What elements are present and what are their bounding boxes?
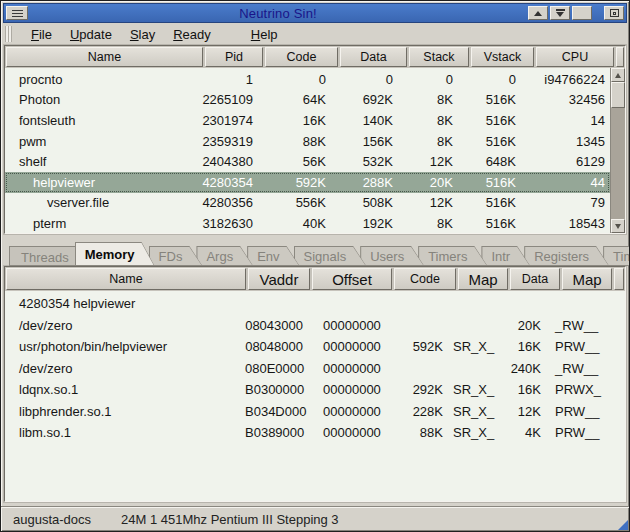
mcol-header-map2[interactable]: Map (562, 268, 612, 290)
cell-stack: 0 (400, 72, 460, 87)
memory-row[interactable]: ldqnx.so.1 B0300000 00000000 292K SR_X_ … (5, 379, 625, 401)
cell-name: fontsleuth (5, 113, 202, 128)
tab-threads[interactable]: Threads (9, 246, 81, 266)
cell-cpu: 18543 (523, 216, 610, 231)
tab-users[interactable]: Users (360, 246, 424, 266)
tab-registers[interactable]: Registers (524, 246, 609, 266)
memory-row[interactable]: usr/photon/bin/helpviewer 08048000 00000… (5, 336, 625, 358)
menu-slay[interactable]: Slay (121, 25, 164, 44)
cell-vstack: 516K (460, 113, 523, 128)
col-header-pid[interactable]: Pid (205, 47, 263, 67)
cell-map: SR_X_ (449, 404, 499, 419)
tab-memory[interactable]: Memory (75, 242, 155, 266)
menu-file[interactable]: File (22, 25, 61, 44)
cell-name: usr/photon/bin/helpviewer (5, 339, 245, 354)
cell-map2: PRWX_ (549, 382, 625, 397)
cell-stack: 8K (400, 216, 460, 231)
titlebar[interactable]: Neutrino Sin! (3, 3, 627, 23)
cell-map: SR_X_ (449, 425, 499, 440)
cell-pid: 2265109 (202, 92, 260, 107)
scrollbar-track[interactable] (611, 108, 625, 219)
cell-vaddr: B0300000 (245, 382, 307, 397)
close-button[interactable] (604, 6, 624, 20)
cell-code: 88K (260, 134, 333, 149)
memory-group-row[interactable]: 4280354 helpviewer (5, 293, 625, 315)
mcol-header-name[interactable]: Name (6, 268, 246, 290)
collapse-button[interactable] (528, 6, 548, 20)
process-row-pterm[interactable]: pterm 3182630 40K 192K 8K 516K 18543 (5, 213, 610, 233)
mcol-header-offset[interactable]: Offset (312, 268, 392, 290)
window-menu-icon (12, 10, 23, 11)
tab-timers[interactable]: Timers (418, 246, 487, 266)
cell-code: 16K (260, 113, 333, 128)
process-row-helpviewer-selected[interactable]: helpviewer 4280354 592K 288K 20K 516K 44 (5, 172, 610, 193)
cell-code: 592K (387, 339, 449, 354)
cell-code: 228K (387, 404, 449, 419)
collapse-icon (534, 11, 542, 16)
memory-row[interactable]: /dev/zero 080E0000 00000000 240K _RW__ (5, 358, 625, 380)
process-table-scrollbar[interactable] (610, 68, 625, 233)
tab-fds[interactable]: FDs (149, 246, 203, 266)
mcol-header-code[interactable]: Code (394, 268, 456, 290)
memory-rows: 4280354 helpviewer /dev/zero 08043000 00… (5, 291, 625, 501)
process-row-shelf[interactable]: shelf 2404380 56K 532K 12K 648K 6129 (5, 151, 610, 172)
col-header-vstack[interactable]: Vstack (471, 47, 534, 67)
maximize-button[interactable] (572, 6, 592, 20)
scroll-down-button[interactable] (611, 219, 625, 233)
cell-cpu: 79 (523, 195, 610, 210)
cell-vstack: 0 (460, 72, 523, 87)
menubar-grip[interactable] (5, 26, 12, 42)
process-row-fontsleuth[interactable]: fontsleuth 2301974 16K 140K 8K 516K 14 (5, 110, 610, 131)
cell-data: 12K (499, 404, 549, 419)
cell-pid: 2301974 (202, 113, 260, 128)
mcol-header-vaddr[interactable]: Vaddr (248, 268, 310, 290)
cell-stack: 12K (400, 195, 460, 210)
cell-data: 20K (499, 318, 549, 333)
col-header-cpu[interactable]: CPU (536, 47, 614, 67)
cell-name: libm.so.1 (5, 425, 245, 440)
cell-vaddr: B034D000 (245, 404, 307, 419)
restore-button[interactable] (550, 6, 570, 20)
tab-args[interactable]: Args (196, 246, 253, 266)
window-menu-button[interactable] (6, 6, 28, 20)
process-row-procnto[interactable]: procnto 1 0 0 0 0 i94766224 (5, 69, 610, 90)
cell-code: 56K (260, 154, 333, 169)
menubar: File Update Slay Ready Help (1, 23, 629, 45)
process-row-pwm[interactable]: pwm 2359319 88K 156K 8K 516K 1345 (5, 131, 610, 152)
tab-strip: Threads Memory FDs Args Env Signals User… (1, 240, 629, 266)
memory-row[interactable]: /dev/zero 08043000 00000000 20K _RW__ (5, 315, 625, 337)
cell-offset: 00000000 (307, 404, 387, 419)
scrollbar-thumb[interactable] (611, 82, 625, 108)
app-window: Neutrino Sin! File Update Slay Ready Hel… (0, 0, 630, 532)
process-row-vserver-file[interactable]: vserver.file 4280356 556K 508K 12K 516K … (5, 193, 610, 214)
close-icon (610, 9, 619, 17)
cell-cpu: 44 (523, 175, 610, 190)
cell-stack: 8K (400, 92, 460, 107)
memory-row[interactable]: libphrender.so.1 B034D000 00000000 228K … (5, 401, 625, 423)
cell-name: /dev/zero (5, 318, 245, 333)
menu-ready[interactable]: Ready (164, 25, 220, 44)
memory-row[interactable]: libm.so.1 B0389000 00000000 88K SR_X_ 4K… (5, 422, 625, 444)
cell-vstack: 516K (460, 195, 523, 210)
col-header-data[interactable]: Data (340, 47, 407, 67)
cell-cpu: 6129 (523, 154, 610, 169)
cell-name: ldqnx.so.1 (5, 382, 245, 397)
scroll-up-button[interactable] (611, 68, 625, 82)
mcol-header-map[interactable]: Map (458, 268, 508, 290)
col-header-name[interactable]: Name (6, 47, 203, 67)
col-header-stack[interactable]: Stack (409, 47, 469, 67)
resize-grip-icon[interactable] (618, 520, 628, 530)
cell-code: 292K (387, 382, 449, 397)
menu-update[interactable]: Update (61, 25, 121, 44)
col-header-code[interactable]: Code (265, 47, 338, 67)
mcol-header-data[interactable]: Data (510, 268, 560, 290)
tab-intr[interactable]: Intr (481, 246, 530, 266)
menu-help[interactable]: Help (242, 25, 287, 44)
tab-signals[interactable]: Signals (294, 246, 367, 266)
cell-vstack: 516K (460, 216, 523, 231)
cell-stack: 12K (400, 154, 460, 169)
process-row-photon[interactable]: Photon 2265109 64K 692K 8K 516K 32456 (5, 90, 610, 111)
cell-name: Photon (5, 92, 202, 107)
hostname-label: augusta-docs (13, 512, 91, 527)
tab-env[interactable]: Env (247, 246, 299, 266)
